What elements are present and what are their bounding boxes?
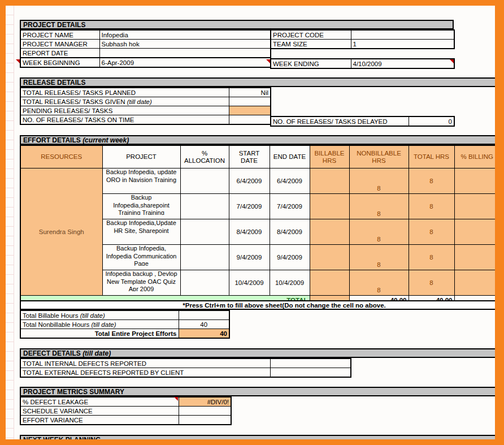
end-date-cell[interactable]: 6/4/2009 xyxy=(270,169,310,194)
col-header-project: PROJECT xyxy=(102,145,180,169)
col-header-resources: RESOURCES xyxy=(20,145,102,169)
section-header-next-week-planning: NEXT WEEK PLANNING xyxy=(20,435,495,439)
billing-cell[interactable] xyxy=(454,219,495,245)
nonbillable-hrs-cell[interactable]: 8 xyxy=(349,245,409,270)
tasks-given-cell[interactable] xyxy=(229,97,271,106)
table-row: EFFORT VARIANCE xyxy=(20,416,231,425)
week-beginning-label: WEEK BEGINNING xyxy=(20,58,99,67)
project-task-cell[interactable]: Backup Infopedia,Update HR Site, Sharepo… xyxy=(102,219,180,245)
resource-name-cell[interactable]: Surendra Singh xyxy=(20,169,102,296)
col-header-allocation: % ALLOCATION xyxy=(180,145,229,169)
total-billable-label-text: Total Billable Hours xyxy=(23,312,78,319)
nonbillable-hrs-cell[interactable]: 8 xyxy=(349,219,409,245)
tasks-on-time-cell[interactable] xyxy=(229,115,271,125)
hours-summary-table: Total Billable Hours (till date) Total N… xyxy=(20,310,230,339)
effort-title-suffix: (current week) xyxy=(82,136,129,144)
total-nonbillable-till-date-cell[interactable]: 40 xyxy=(179,320,229,329)
week-ending-label: WEEK ENDING xyxy=(271,59,351,68)
allocation-cell[interactable] xyxy=(180,245,229,270)
tasks-on-time-label: NO. OF RELEASES/ TASKS ON TIME xyxy=(20,115,229,125)
report-date-label: REPORT DATE xyxy=(20,49,99,58)
tasks-delayed-table: NO. OF RELEASES/ TASKS DELAYED 0 xyxy=(270,116,455,127)
billing-cell[interactable] xyxy=(454,194,495,219)
table-row: TOTAL EXTERNAL DEFECTS REPORTED BY CLIEN… xyxy=(20,368,351,378)
project-task-cell[interactable]: Infopedia backup , Devlop New Template O… xyxy=(102,270,180,296)
end-date-cell[interactable]: 9/4/2009 xyxy=(270,245,310,270)
table-row: Total Billable Hours (till date) xyxy=(20,310,229,320)
macro-instruction-note: *Press Ctrl+m to fill above sheet(Do not… xyxy=(20,300,495,310)
defect-title-suffix: (till date) xyxy=(82,349,111,357)
project-manager-cell[interactable]: Subhash hok xyxy=(99,40,271,49)
billing-cell[interactable] xyxy=(454,169,495,194)
table-row: SCHEDULE VARIANCE xyxy=(20,407,231,416)
section-header-project-details: PROJECT DETAILS xyxy=(20,20,454,29)
total-hrs-cell[interactable]: 8 xyxy=(409,270,454,296)
project-task-cell[interactable]: Backup Infopedia,sharepoint Training Tra… xyxy=(102,194,180,219)
project-code-cell[interactable] xyxy=(351,30,454,40)
section-header-effort-details: EFFORT DETAILS (current week) xyxy=(20,135,495,145)
tasks-delayed-cell[interactable]: 0 xyxy=(409,116,454,126)
billing-cell[interactable] xyxy=(454,270,495,296)
start-date-cell[interactable]: 7/4/2009 xyxy=(229,194,270,219)
tasks-given-label: TOTAL RELEASES/ TASKS GIVEN (till date) xyxy=(20,97,229,106)
comment-indicator-icon xyxy=(450,59,454,63)
tasks-planned-cell[interactable]: Nil xyxy=(229,88,271,97)
allocation-cell[interactable] xyxy=(180,194,229,219)
week-beginning-cell[interactable]: 6-Apr-2009 xyxy=(99,58,271,67)
start-date-cell[interactable]: 10/4/2009 xyxy=(229,270,270,296)
project-details-right-table: PROJECT CODE TEAM SIZE 1 xyxy=(270,29,455,49)
end-date-cell[interactable]: 8/4/2009 xyxy=(270,219,310,245)
allocation-cell[interactable] xyxy=(180,219,229,245)
project-task-cell[interactable]: Backup Infopedia, Infopedia Communicatio… xyxy=(102,245,180,270)
billable-hrs-cell[interactable] xyxy=(310,219,349,245)
billable-hrs-cell[interactable] xyxy=(310,270,349,296)
report-date-cell[interactable] xyxy=(99,49,271,58)
total-hrs-cell[interactable]: 8 xyxy=(409,194,454,219)
project-code-label: PROJECT CODE xyxy=(271,30,351,40)
external-defects-cell[interactable] xyxy=(270,368,351,378)
total-hrs-cell[interactable]: 8 xyxy=(409,169,454,194)
col-header-total-hrs: TOTAL HRS xyxy=(409,145,454,169)
total-hrs-cell[interactable]: 8 xyxy=(409,219,454,245)
section-header-release-details: RELEASE DETAILS xyxy=(20,77,495,87)
billable-hrs-cell[interactable] xyxy=(310,245,349,270)
total-hrs-cell[interactable]: 8 xyxy=(409,245,454,270)
total-project-efforts-cell[interactable]: 40 xyxy=(179,329,229,339)
team-size-cell[interactable]: 1 xyxy=(351,40,454,49)
col-header-end-date: END DATE xyxy=(270,145,310,169)
project-name-cell[interactable]: Infopedia xyxy=(99,30,271,40)
billable-hrs-cell[interactable] xyxy=(310,194,349,219)
project-task-cell[interactable]: Backup Infopedia, update ORO in Navision… xyxy=(102,169,180,194)
comment-indicator-icon xyxy=(266,59,270,63)
nonbillable-hrs-cell[interactable]: 8 xyxy=(349,169,409,194)
allocation-cell[interactable] xyxy=(180,270,229,296)
comment-indicator-icon xyxy=(174,397,178,401)
total-billable-till-date-cell[interactable] xyxy=(179,310,229,320)
table-row: TOTAL RELEASES/ TASKS PLANNED Nil xyxy=(20,88,271,97)
start-date-cell[interactable]: 6/4/2009 xyxy=(229,169,270,194)
defect-details-table: TOTAL INTERNAL DEFECTS REPORTED TOTAL EX… xyxy=(20,358,351,378)
section-header-project-metrics: PROJECT METRICS SUMMARY xyxy=(20,387,495,396)
billing-cell[interactable] xyxy=(454,245,495,270)
pending-tasks-cell[interactable] xyxy=(229,106,271,115)
start-date-cell[interactable]: 8/4/2009 xyxy=(229,219,270,245)
col-header-start-date: START DATE xyxy=(229,145,270,169)
total-billable-label-suffix: (till date) xyxy=(80,312,105,319)
billable-hrs-cell[interactable] xyxy=(310,169,349,194)
allocation-cell[interactable] xyxy=(180,169,229,194)
col-header-nonbillable-hrs: NONBILLABLE HRS xyxy=(349,145,409,169)
defect-leakage-cell[interactable]: #DIV/0! xyxy=(179,397,231,407)
schedule-variance-cell[interactable] xyxy=(179,407,231,416)
table-row: PROJECT NAME Infopedia xyxy=(20,30,271,40)
start-date-cell[interactable]: 9/4/2009 xyxy=(229,245,270,270)
effort-title-text: EFFORT DETAILS xyxy=(23,136,81,144)
total-nonbillable-label-text: Total Nonbillable Hours xyxy=(23,321,89,328)
internal-defects-cell[interactable] xyxy=(270,358,351,368)
end-date-cell[interactable]: 7/4/2009 xyxy=(270,194,310,219)
nonbillable-hrs-cell[interactable]: 8 xyxy=(349,194,409,219)
end-date-cell[interactable]: 10/4/2009 xyxy=(270,270,310,296)
nonbillable-hrs-cell[interactable]: 8 xyxy=(349,270,409,296)
table-row: PENDING RELEASES/ TASKS xyxy=(20,106,271,115)
effort-variance-cell[interactable] xyxy=(179,416,231,425)
week-ending-cell[interactable]: 4/10/2009 xyxy=(351,59,454,68)
